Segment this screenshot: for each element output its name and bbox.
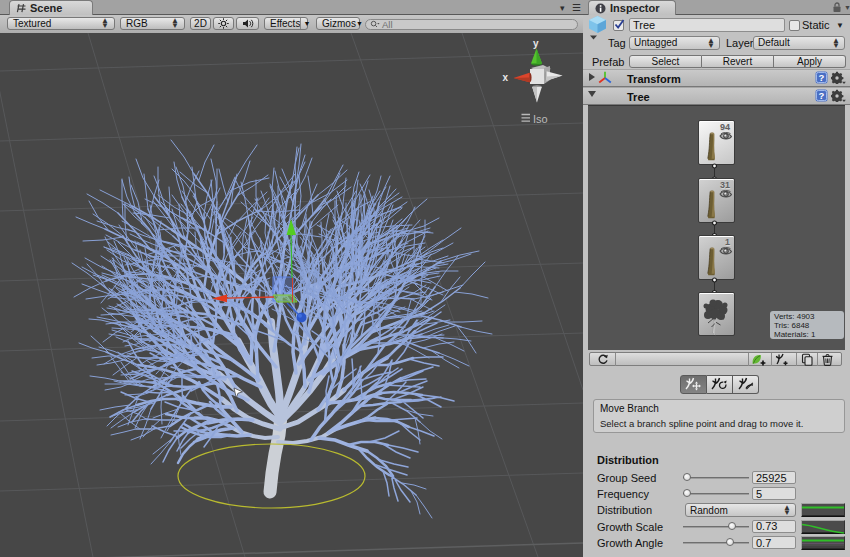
svg-text:Iso: Iso <box>533 113 548 125</box>
svg-text:y: y <box>533 38 539 49</box>
svg-text:?: ? <box>819 89 825 100</box>
svg-text:?: ? <box>819 72 825 83</box>
svg-text:x: x <box>503 72 509 83</box>
